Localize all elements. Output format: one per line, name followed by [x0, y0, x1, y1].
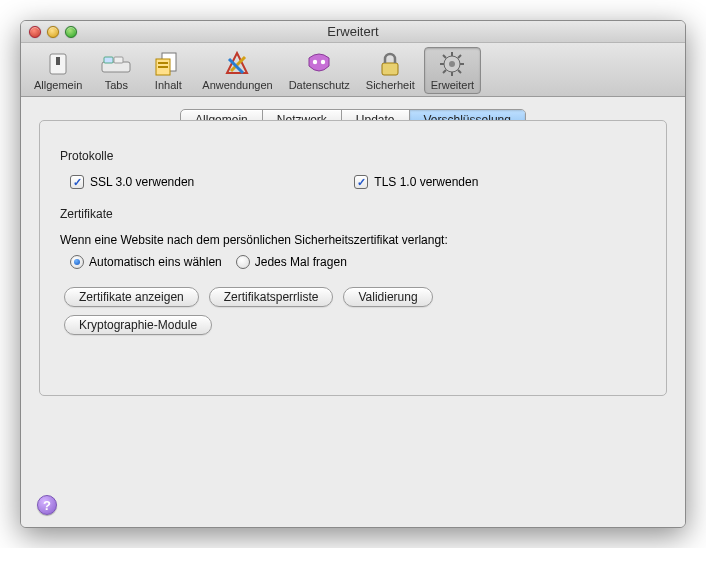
help-button[interactable]: ?: [37, 495, 57, 515]
svg-point-12: [313, 60, 317, 64]
tls1-checkbox[interactable]: TLS 1.0 verwenden: [354, 175, 478, 189]
toolbar-item-anwendungen[interactable]: Anwendungen: [195, 47, 279, 94]
radio-ask-each-time[interactable]: Jedes Mal fragen: [236, 255, 347, 269]
certificates-heading: Zertifikate: [60, 207, 646, 221]
titlebar: Erweitert: [21, 21, 685, 43]
certificate-buttons-row-2: Kryptographie-Module: [64, 315, 646, 335]
toolbar-label: Anwendungen: [202, 79, 272, 91]
switch-icon: [42, 50, 74, 78]
privacy-mask-icon: [303, 50, 335, 78]
ssl3-checkbox[interactable]: SSL 3.0 verwenden: [70, 175, 194, 189]
toolbar-label: Tabs: [105, 79, 128, 91]
gear-icon: [436, 50, 468, 78]
toolbar-item-inhalt[interactable]: Inhalt: [143, 47, 193, 94]
content-area: Allgemein Netzwerk Update Verschlüsselun…: [21, 97, 685, 527]
preferences-window: Erweitert Allgemein Tabs Inhalt Anwendun…: [20, 20, 686, 528]
checkbox-icon: [354, 175, 368, 189]
svg-rect-14: [382, 63, 398, 75]
validation-button[interactable]: Validierung: [343, 287, 432, 307]
view-certificates-button[interactable]: Zertifikate anzeigen: [64, 287, 199, 307]
svg-line-24: [443, 70, 446, 73]
tls1-label: TLS 1.0 verwenden: [374, 175, 478, 189]
certificates-description: Wenn eine Website nach dem persönlichen …: [60, 233, 646, 247]
svg-rect-3: [104, 57, 113, 63]
toolbar-label: Allgemein: [34, 79, 82, 91]
encryption-panel: Protokolle SSL 3.0 verwenden TLS 1.0 ver…: [39, 120, 667, 396]
toolbar-label: Erweitert: [431, 79, 474, 91]
svg-line-22: [458, 70, 461, 73]
window-title: Erweitert: [21, 24, 685, 39]
toolbar: Allgemein Tabs Inhalt Anwendungen Datens…: [21, 43, 685, 97]
content-icon: [152, 50, 184, 78]
protocols-row: SSL 3.0 verwenden TLS 1.0 verwenden: [70, 175, 646, 189]
toolbar-label: Datenschutz: [289, 79, 350, 91]
radio-auto-select[interactable]: Automatisch eins wählen: [70, 255, 222, 269]
toolbar-item-sicherheit[interactable]: Sicherheit: [359, 47, 422, 94]
tabs-icon: [100, 50, 132, 78]
svg-point-13: [321, 60, 325, 64]
svg-rect-7: [158, 62, 168, 64]
checkbox-icon: [70, 175, 84, 189]
revocation-list-button[interactable]: Zertifikatsperrliste: [209, 287, 334, 307]
svg-rect-8: [158, 66, 168, 68]
toolbar-item-erweitert[interactable]: Erweitert: [424, 47, 481, 94]
radio-icon: [70, 255, 84, 269]
ssl3-label: SSL 3.0 verwenden: [90, 175, 194, 189]
toolbar-item-tabs[interactable]: Tabs: [91, 47, 141, 94]
crypto-modules-button[interactable]: Kryptographie-Module: [64, 315, 212, 335]
radio-ask-label: Jedes Mal fragen: [255, 255, 347, 269]
toolbar-item-datenschutz[interactable]: Datenschutz: [282, 47, 357, 94]
toolbar-label: Sicherheit: [366, 79, 415, 91]
svg-rect-1: [56, 57, 60, 65]
radio-auto-label: Automatisch eins wählen: [89, 255, 222, 269]
svg-line-23: [458, 55, 461, 58]
certificate-selection-mode: Automatisch eins wählen Jedes Mal fragen: [70, 255, 646, 269]
toolbar-item-allgemein[interactable]: Allgemein: [27, 47, 89, 94]
protocols-heading: Protokolle: [60, 149, 646, 163]
applications-icon: [221, 50, 253, 78]
svg-line-21: [443, 55, 446, 58]
certificate-buttons-row: Zertifikate anzeigen Zertifikatsperrlist…: [64, 287, 646, 307]
svg-point-16: [449, 61, 455, 67]
toolbar-label: Inhalt: [155, 79, 182, 91]
svg-rect-4: [114, 57, 123, 63]
radio-icon: [236, 255, 250, 269]
lock-icon: [374, 50, 406, 78]
help-glyph: ?: [43, 498, 51, 513]
